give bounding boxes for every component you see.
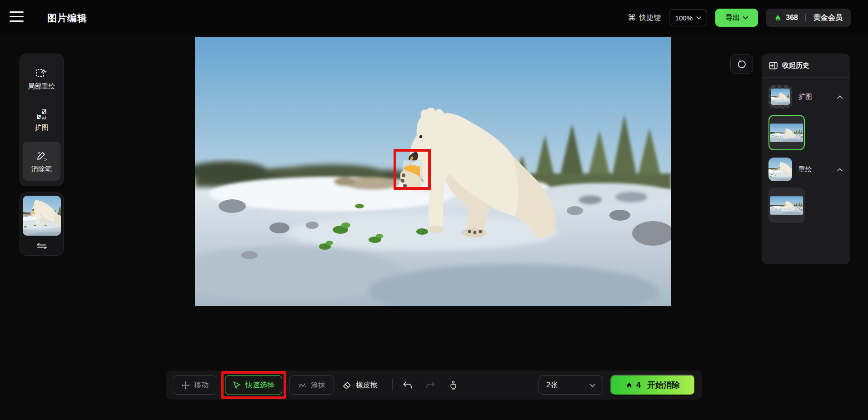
- svg-text:Ai: Ai: [42, 116, 46, 120]
- start-cost: 4: [636, 380, 641, 390]
- original-image-panel: [20, 193, 64, 256]
- tool-label: 消除笔: [31, 165, 52, 173]
- history-entry-label: 重绘: [798, 165, 837, 174]
- original-image-thumbnail[interactable]: [23, 196, 61, 236]
- credits-count: 368: [786, 14, 798, 22]
- bottom-toolbar: 移动 快速选择 涂抹 橡皮擦: [166, 371, 702, 400]
- left-tool-panel: 局部重绘 Ai 扩图 消除笔: [20, 54, 64, 186]
- eraser-icon: [342, 381, 352, 389]
- zoom-value: 100%: [675, 14, 693, 22]
- chevron-up-icon[interactable]: [837, 93, 843, 101]
- redo-icon: [425, 381, 436, 390]
- broom-icon: [449, 380, 458, 390]
- menu-icon[interactable]: [10, 11, 24, 23]
- collapse-history-icon: [769, 62, 778, 69]
- start-erase-button[interactable]: 4 开始消除: [610, 375, 695, 395]
- page-title: 图片编辑: [47, 12, 87, 25]
- smudge-icon: [298, 381, 307, 389]
- eraser-label: 橡皮擦: [356, 380, 378, 390]
- eraser-tool-button[interactable]: 橡皮擦: [338, 376, 382, 395]
- expand-ai-icon: Ai: [35, 108, 48, 120]
- divider: [805, 14, 806, 21]
- compare-toggle[interactable]: [20, 242, 63, 250]
- divider: [392, 379, 393, 391]
- tool-label: 扩图: [35, 124, 49, 132]
- swap-arrows-icon: [36, 242, 48, 250]
- command-icon: ⌘: [628, 13, 636, 23]
- chevron-up-icon[interactable]: [837, 165, 843, 173]
- tool-label: 局部重绘: [28, 82, 55, 91]
- image-canvas[interactable]: [195, 37, 671, 306]
- chevron-down-icon: [590, 381, 595, 389]
- history-entry-label: 扩图: [798, 93, 837, 101]
- reset-button[interactable]: [730, 54, 753, 74]
- export-button[interactable]: 导出: [715, 9, 758, 27]
- membership-label: 黄金会员: [813, 13, 843, 23]
- credits-flame-icon: [774, 14, 781, 22]
- batch-count-dropdown[interactable]: 2张: [539, 376, 603, 395]
- move-tool-button[interactable]: 移动: [173, 376, 217, 395]
- collapse-history-button[interactable]: 收起历史: [762, 54, 850, 78]
- quick-select-label: 快速选择: [245, 380, 274, 390]
- reset-icon: [737, 59, 747, 69]
- account-pill[interactable]: 368 黄金会员: [766, 9, 851, 27]
- shortcuts-label: 快捷键: [639, 13, 661, 23]
- history-entry-expand: 扩图: [762, 85, 850, 109]
- tool-remove-pen[interactable]: 消除笔: [23, 142, 60, 181]
- history-entry-thumbnail[interactable]: [768, 158, 792, 181]
- start-label: 开始消除: [647, 380, 680, 390]
- remove-pen-icon: [35, 149, 48, 162]
- redo-button[interactable]: [424, 379, 436, 391]
- move-label: 移动: [194, 380, 209, 390]
- export-label: 导出: [725, 13, 740, 23]
- history-entry-thumbnail[interactable]: [768, 85, 792, 109]
- batch-count-value: 2张: [546, 380, 558, 390]
- move-icon: [181, 381, 190, 390]
- clear-all-button[interactable]: [447, 379, 459, 391]
- cursor-icon: [233, 381, 241, 389]
- collapse-history-label: 收起历史: [782, 61, 809, 70]
- selection-box[interactable]: [394, 149, 431, 190]
- annotation-highlight: 快速选择: [221, 371, 286, 399]
- history-version[interactable]: [768, 188, 805, 223]
- polar-bear-image: [195, 37, 671, 306]
- zoom-dropdown[interactable]: 100%: [669, 9, 707, 26]
- shortcuts-button[interactable]: ⌘ 快捷键: [628, 13, 661, 23]
- history-entry-repaint: 重绘: [762, 158, 850, 181]
- history-panel: 收起历史 扩图 重绘: [762, 54, 850, 264]
- tool-inpaint[interactable]: 局部重绘: [23, 59, 60, 98]
- history-version-selected[interactable]: [768, 115, 805, 150]
- chevron-down-icon: [696, 16, 701, 20]
- smudge-tool-button[interactable]: 涂抹: [289, 376, 334, 395]
- tool-expand[interactable]: Ai 扩图: [23, 100, 60, 139]
- chevron-down-icon: [743, 16, 748, 20]
- undo-icon: [402, 381, 413, 390]
- top-bar: 图片编辑 ⌘ 快捷键 100% 导出 368 黄金会员: [0, 0, 868, 35]
- cost-flame-icon: [626, 381, 633, 389]
- quick-select-tool-button[interactable]: 快速选择: [225, 375, 282, 395]
- undo-button[interactable]: [402, 379, 414, 391]
- inpaint-icon: [35, 67, 48, 79]
- smudge-label: 涂抹: [311, 380, 325, 390]
